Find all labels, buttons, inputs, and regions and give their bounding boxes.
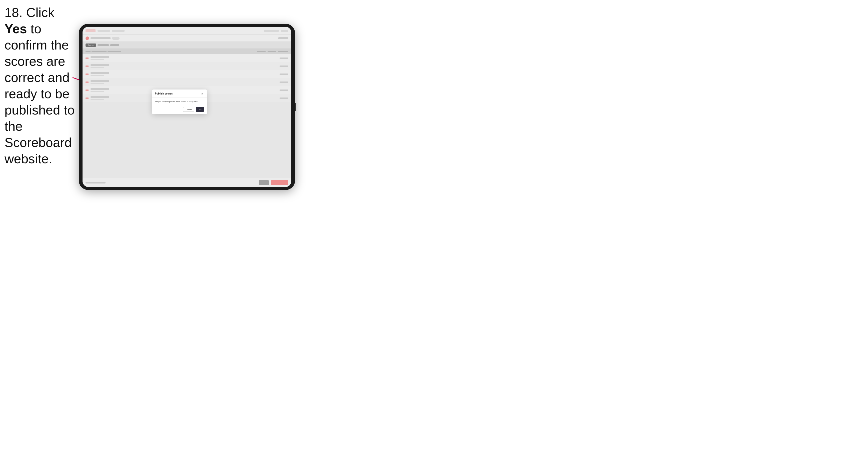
tablet-screen: Scores bbox=[83, 27, 291, 187]
dialog-message: Are you ready to publish these scores to… bbox=[155, 100, 204, 103]
cancel-button[interactable]: Cancel bbox=[183, 107, 194, 112]
screen-content: Scores bbox=[83, 27, 291, 187]
tablet-side-button bbox=[295, 103, 296, 111]
yes-button[interactable]: Yes bbox=[196, 107, 204, 112]
step-number: 18. bbox=[4, 5, 23, 20]
dialog-actions: Cancel Yes bbox=[152, 105, 207, 114]
publish-dialog: Publish scores × Are you ready to publis… bbox=[152, 90, 207, 114]
instruction-text: 18. Click Yes to confirm the scores are … bbox=[4, 4, 77, 167]
instruction-bold: Yes bbox=[4, 22, 27, 36]
dialog-close-button[interactable]: × bbox=[200, 92, 204, 95]
instruction-prefix: Click bbox=[23, 5, 54, 20]
dialog-header: Publish scores × bbox=[152, 90, 207, 98]
tablet-device: Scores bbox=[79, 24, 295, 190]
instruction-suffix: to confirm the scores are correct and re… bbox=[4, 22, 74, 166]
dialog-body: Are you ready to publish these scores to… bbox=[152, 98, 207, 105]
modal-overlay: Publish scores × Are you ready to publis… bbox=[83, 27, 291, 187]
dialog-title: Publish scores bbox=[155, 92, 173, 95]
